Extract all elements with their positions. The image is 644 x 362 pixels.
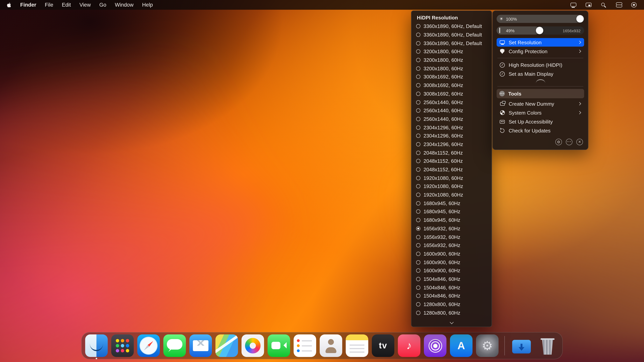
menu-item[interactable]: Set Resolution <box>496 38 584 47</box>
menu-bar-item[interactable]: View <box>75 0 95 10</box>
resolution-option[interactable]: 1920x1080, 60Hz <box>412 174 492 182</box>
resolution-option[interactable]: 3200x1800, 60Hz <box>412 64 492 73</box>
menu-item[interactable]: System Colors <box>496 108 584 117</box>
dock-app[interactable] <box>85 335 108 357</box>
resolution-option[interactable]: 3200x1800, 60Hz <box>412 56 492 64</box>
menu-bar-item[interactable]: Edit <box>58 0 75 10</box>
status-icon-glyph <box>586 3 591 7</box>
footer-button[interactable] <box>555 139 562 145</box>
scale-slider[interactable]: 49% 1656x932 <box>496 26 584 34</box>
resolution-option[interactable]: 2048x1152, 60Hz <box>412 157 492 165</box>
resolution-option[interactable]: 3008x1692, 60Hz <box>412 73 492 81</box>
footer-button[interactable] <box>566 139 572 145</box>
resolution-option[interactable]: 2048x1152, 60Hz <box>412 165 492 174</box>
status-icon[interactable] <box>584 0 592 10</box>
status-icon[interactable] <box>630 0 638 10</box>
dock-app[interactable] <box>268 335 290 357</box>
resolution-option[interactable]: 1656x932, 60Hz <box>412 233 492 241</box>
resolution-option[interactable]: 2560x1440, 60Hz <box>412 98 492 106</box>
resolution-option[interactable]: 1280x800, 60Hz <box>412 309 492 317</box>
resolution-option[interactable]: 1680x945, 60Hz <box>412 199 492 207</box>
resolution-option[interactable]: 3360x1890, 60Hz, Default <box>412 30 492 39</box>
dock-app[interactable] <box>476 335 498 357</box>
status-icon[interactable] <box>600 0 608 10</box>
resolution-option[interactable]: 1920x1080, 60Hz <box>412 182 492 190</box>
resolution-option[interactable]: 1920x1080, 60Hz <box>412 191 492 199</box>
app-icon <box>163 335 186 357</box>
dock-app[interactable] <box>216 335 238 357</box>
dock-app[interactable] <box>450 335 472 357</box>
resolution-label: 1920x1080, 60Hz <box>424 175 463 181</box>
dock-app[interactable] <box>137 335 160 357</box>
dock-app[interactable] <box>320 335 342 357</box>
resolution-option[interactable]: 1680x945, 60Hz <box>412 207 492 216</box>
resolution-option[interactable]: 3008x1692, 60Hz <box>412 90 492 98</box>
panel-footer <box>496 139 584 146</box>
resolution-option[interactable]: 1504x846, 60Hz <box>412 275 492 283</box>
resolution-label: 1280x800, 60Hz <box>424 301 460 307</box>
resolution-option[interactable]: 1656x932, 60Hz <box>412 224 492 233</box>
resolution-option[interactable]: 1600x900, 60Hz <box>412 250 492 258</box>
resolution-option[interactable]: 3200x1800, 60Hz <box>412 47 492 56</box>
tools-dots-icon <box>499 91 505 96</box>
brightness-slider[interactable]: 100% <box>496 15 584 23</box>
resolution-label: 2560x1440, 60Hz <box>424 99 463 105</box>
resolution-option[interactable]: 2304x1296, 60Hz <box>412 132 492 140</box>
menu-item[interactable]: Check for Updates <box>496 126 584 135</box>
menu-bar-item[interactable]: Help <box>138 0 157 10</box>
dock-app[interactable] <box>502 335 507 357</box>
resolution-option[interactable]: 2560x1440, 60Hz <box>412 106 492 115</box>
menu-bar-item[interactable]: Window <box>111 0 138 10</box>
resolution-option[interactable]: 2304x1296, 60Hz <box>412 140 492 148</box>
resolution-option[interactable]: 1656x932, 60Hz <box>412 241 492 250</box>
resolution-option[interactable]: 3360x1890, 60Hz, Default <box>412 22 492 30</box>
resolution-option[interactable]: 1280x800, 60Hz <box>412 300 492 308</box>
resolution-option[interactable]: 2560x1440, 60Hz <box>412 115 492 123</box>
resolution-option[interactable]: 3008x1692, 60Hz <box>412 81 492 90</box>
resolution-label: 2304x1296, 60Hz <box>424 125 463 130</box>
menu-item[interactable]: Create New Dummy <box>496 99 584 108</box>
dock-app[interactable] <box>510 335 533 357</box>
resolution-label: 2560x1440, 60Hz <box>424 108 463 113</box>
dock-app[interactable] <box>398 335 420 357</box>
resolution-option[interactable]: 1504x846, 60Hz <box>412 292 492 300</box>
menu-item[interactable]: Set as Main Display <box>496 69 584 78</box>
dock-app[interactable] <box>294 335 316 357</box>
resolution-option[interactable]: 2048x1152, 60Hz <box>412 149 492 157</box>
dock-app[interactable] <box>111 335 134 357</box>
resolution-option[interactable]: 3360x1890, 60Hz, Default <box>412 39 492 47</box>
status-icon[interactable] <box>569 0 577 10</box>
footer-button[interactable] <box>576 139 583 145</box>
active-app-menu[interactable]: Finder <box>16 0 41 10</box>
menu-bar-item[interactable]: File <box>41 0 58 10</box>
resolution-label: 2304x1296, 60Hz <box>424 133 463 139</box>
radio-icon <box>416 235 420 239</box>
resolution-option[interactable]: 1680x945, 60Hz <box>412 216 492 224</box>
dock-app[interactable] <box>372 335 394 357</box>
status-icon[interactable] <box>615 0 622 10</box>
brightness-knob[interactable] <box>576 15 584 22</box>
radio-icon <box>416 269 420 273</box>
resolution-option[interactable]: 2304x1296, 60Hz <box>412 123 492 132</box>
chevron-right-icon <box>578 102 581 105</box>
resolution-option[interactable]: 1600x900, 60Hz <box>412 258 492 266</box>
dock-app[interactable] <box>536 335 559 357</box>
menu-item[interactable]: Set Up Accessibility <box>496 117 584 126</box>
menu-item[interactable]: Config Protection <box>496 47 584 55</box>
menu-bar-item[interactable]: Go <box>95 0 111 10</box>
dock-app[interactable] <box>190 335 212 357</box>
scroll-more-button[interactable] <box>412 320 492 326</box>
resolution-option[interactable]: 1504x846, 60Hz <box>412 283 492 292</box>
dock-app[interactable] <box>163 335 186 357</box>
radio-icon <box>416 66 420 71</box>
apple-menu[interactable] <box>5 0 16 10</box>
scale-knob[interactable] <box>536 27 543 34</box>
menu-item[interactable]: High Resolution (HiDPI) <box>496 61 584 69</box>
resolution-label: 1504x846, 60Hz <box>424 285 460 290</box>
collapse-button[interactable] <box>496 78 584 84</box>
dock-app[interactable] <box>242 335 264 357</box>
radio-icon <box>416 260 420 264</box>
dock-app[interactable] <box>424 335 446 357</box>
dock-app[interactable] <box>346 335 368 357</box>
resolution-option[interactable]: 1600x900, 60Hz <box>412 266 492 275</box>
